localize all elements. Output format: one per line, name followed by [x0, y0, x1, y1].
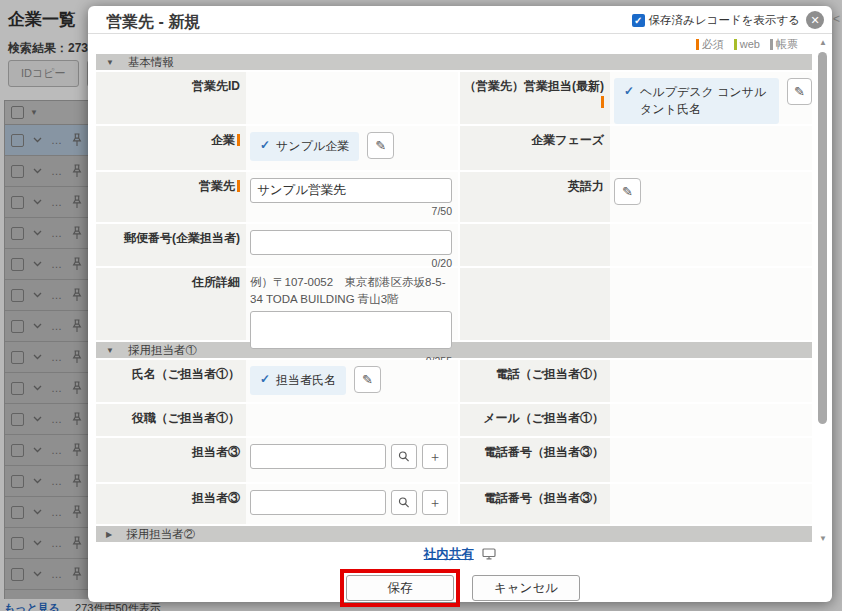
edit-pencil-icon[interactable]: ✎: [614, 178, 641, 205]
sales-rep-chip[interactable]: ✓ヘルプデスク コンサルタント氏名: [614, 78, 779, 124]
english-value: ✎: [610, 172, 812, 222]
rep3a-phone-label: 電話番号（担当者③）: [460, 438, 610, 482]
sales-name-input[interactable]: [250, 178, 452, 203]
search-icon[interactable]: [391, 444, 417, 469]
new-sales-record-modal: 営業先 - 新規 ✓ 保存済みレコードを表示する ✕ 必須 web 帳票: [88, 6, 832, 602]
rep3a-label: 担当者③: [96, 438, 246, 482]
edit-pencil-icon[interactable]: ✎: [787, 78, 812, 105]
postal-value: 0/20: [246, 224, 458, 266]
form-row: 営業先ID （営業先）営業担当(最新) ✓ヘルプデスク コンサルタント氏名 ✎: [96, 72, 812, 124]
form-row: 営業先 7/50 英語力 ✎: [96, 172, 812, 222]
contact1-role-value: [246, 404, 458, 436]
rep3b-label: 担当者③: [96, 484, 246, 524]
screen: 企業一覧 検索結果：273件 IDコピー 共有 ▼ …: [0, 0, 842, 611]
rep3a-value: ＋: [246, 438, 458, 482]
empty-value: [610, 268, 812, 340]
form-row: 郵便番号(企業担当者) 0/20: [96, 224, 812, 266]
checkbox-checked-icon[interactable]: ✓: [632, 14, 645, 27]
contact1-role-label: 役職（ご担当者①）: [96, 404, 246, 436]
edit-pencil-icon[interactable]: ✎: [354, 366, 381, 393]
empty-label: [460, 268, 610, 340]
share-row: 社内共有: [88, 546, 832, 563]
section-expanded-icon: ▼: [106, 346, 114, 355]
button-row: 保存 キャンセル: [88, 569, 832, 607]
required-marker: [237, 134, 240, 146]
search-icon[interactable]: [391, 490, 417, 515]
rep3b-input[interactable]: [250, 490, 386, 515]
show-saved-records-label: 保存済みレコードを表示する: [649, 13, 800, 28]
add-icon[interactable]: ＋: [422, 490, 448, 515]
section-basic-info[interactable]: ▼ 基本情報: [96, 54, 812, 70]
web-color-bar: [734, 39, 737, 50]
sales-rep-value: ✓ヘルプデスク コンサルタント氏名 ✎: [610, 72, 812, 124]
section-collapsed-icon: ▶: [106, 530, 112, 539]
section-recruiter-2[interactable]: ▶ 採用担当者②: [96, 526, 812, 542]
contact1-name-chip[interactable]: ✓担当者氏名: [250, 366, 346, 395]
address-label: 住所詳細: [96, 268, 246, 340]
address-value: 例）〒107-0052 東京都港区赤坂8-5-34 TODA BUILDING …: [246, 268, 458, 340]
required-marker: [601, 96, 604, 108]
modal-title: 営業先 - 新規: [106, 12, 200, 33]
company-label: 企業: [96, 126, 246, 170]
sales-name-label: 営業先: [96, 172, 246, 222]
section-expanded-icon: ▼: [106, 58, 114, 67]
contact1-phone-label: 電話（ご担当者①）: [460, 360, 610, 402]
contact1-mail-value: [610, 404, 812, 436]
form-row: 企業 ✓サンプル企業 ✎ 企業フェーズ: [96, 126, 812, 170]
rep3b-phone-label: 電話番号（担当者③）: [460, 484, 610, 524]
add-icon[interactable]: ＋: [422, 444, 448, 469]
sales-id-value: [246, 72, 458, 124]
form-row: 役職（ご担当者①） メール（ご担当者①）: [96, 404, 812, 436]
scroll-up-icon[interactable]: ▲: [817, 38, 829, 48]
contact1-name-label: 氏名（ご担当者①）: [96, 360, 246, 402]
rep3a-phone-value: [610, 438, 812, 482]
form-color-bar: [770, 39, 773, 50]
address-hint: 例）〒107-0052 東京都港区赤坂8-5-34 TODA BUILDING …: [250, 274, 454, 307]
company-value: ✓サンプル企業 ✎: [246, 126, 458, 170]
scroll-down-icon[interactable]: ▼: [817, 534, 829, 544]
monitor-icon: [482, 548, 496, 560]
empty-label: [460, 224, 610, 266]
rep3a-input[interactable]: [250, 444, 386, 469]
postal-label: 郵便番号(企業担当者): [96, 224, 246, 266]
address-textarea[interactable]: [250, 311, 452, 349]
sales-id-label: 営業先ID: [96, 72, 246, 124]
modal-header: 営業先 - 新規 ✓ 保存済みレコードを表示する ✕: [88, 6, 832, 34]
empty-value: [610, 224, 812, 266]
company-chip[interactable]: ✓サンプル企業: [250, 132, 359, 161]
required-marker: [237, 180, 240, 192]
save-highlight-annotation: 保存: [340, 569, 460, 607]
rep3b-value: ＋: [246, 484, 458, 524]
company-phase-label: 企業フェーズ: [460, 126, 610, 170]
form-row: 担当者③ ＋ 電話番号（担当者③）: [96, 438, 812, 482]
scrollbar-thumb[interactable]: [818, 52, 827, 424]
modal-form: ▼ 基本情報 営業先ID （営業先）営業担当(最新) ✓ヘルプデスク コンサルタ…: [96, 54, 812, 542]
postal-input[interactable]: [250, 230, 452, 255]
form-row: 住所詳細 例）〒107-0052 東京都港区赤坂8-5-34 TODA BUIL…: [96, 268, 812, 340]
char-counter: 7/50: [250, 205, 452, 217]
required-color-bar: [696, 39, 699, 50]
legend-web: web: [734, 38, 760, 50]
modal-footer: 社内共有 保存 キャンセル: [88, 546, 832, 607]
cancel-button[interactable]: キャンセル: [472, 575, 580, 601]
legend-form: 帳票: [770, 37, 798, 52]
contact1-phone-value: [610, 360, 812, 402]
contact1-mail-label: メール（ご担当者①）: [460, 404, 610, 436]
rep3b-phone-value: [610, 484, 812, 524]
close-icon[interactable]: ✕: [806, 11, 824, 29]
show-saved-records-checkbox[interactable]: ✓ 保存済みレコードを表示する: [632, 13, 800, 28]
form-row: 氏名（ご担当者①） ✓担当者氏名 ✎ 電話（ご担当者①）: [96, 360, 812, 402]
form-row: 担当者③ ＋ 電話番号（担当者③）: [96, 484, 812, 524]
legend-required: 必須: [696, 37, 724, 52]
sales-name-value: 7/50: [246, 172, 458, 222]
company-phase-value: [610, 126, 812, 170]
edit-pencil-icon[interactable]: ✎: [367, 132, 394, 159]
sales-rep-label: （営業先）営業担当(最新): [460, 72, 610, 124]
modal-scrollbar[interactable]: ▲ ▼: [817, 38, 829, 544]
contact1-name-value: ✓担当者氏名 ✎: [246, 360, 458, 402]
english-label: 英語力: [460, 172, 610, 222]
field-legend: 必須 web 帳票: [88, 34, 832, 54]
internal-share-link[interactable]: 社内共有: [424, 547, 474, 561]
save-button[interactable]: 保存: [346, 575, 454, 601]
